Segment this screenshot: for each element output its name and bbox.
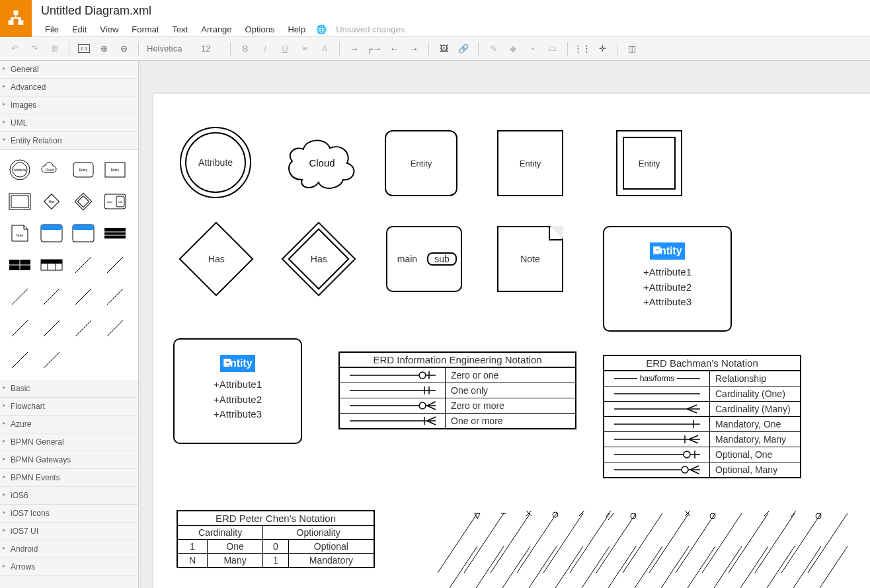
menu-format[interactable]: Format	[125, 22, 165, 37]
rect-button[interactable]: ▭	[543, 40, 562, 58]
sidebar-entity-relation[interactable]: Entity Relation	[0, 132, 138, 150]
link-button[interactable]: 🔗	[454, 40, 473, 58]
undo-button[interactable]: ↶	[5, 40, 24, 58]
entity-round-shape[interactable]: Entity	[385, 130, 457, 196]
menu-view[interactable]: View	[93, 22, 125, 37]
bold-button[interactable]: B	[236, 40, 255, 58]
note-shape[interactable]: Note	[497, 226, 563, 292]
zoom-out-button[interactable]: ⊖	[114, 40, 133, 58]
canvas-area[interactable]: Attribute Cloud Entity Entity Entity Has…	[141, 61, 870, 588]
sidebar-bpmn-general[interactable]: BPMN General	[0, 433, 138, 451]
shape-line-11[interactable]	[5, 346, 34, 375]
shape-note[interactable]: Note	[5, 219, 34, 248]
entity-card-shape[interactable]: −Entity +Attribute1 +Attribute2 +Attribu…	[603, 226, 732, 332]
menu-text[interactable]: Text	[165, 22, 194, 37]
globe-icon[interactable]: 🌐	[316, 24, 327, 34]
sidebar-ios6[interactable]: iOS6	[0, 487, 138, 505]
has-double-diamond-shape[interactable]: Has	[281, 221, 356, 296]
shape-line-6[interactable]	[100, 282, 130, 311]
shape-entity-card-blue[interactable]	[37, 219, 66, 248]
has-diamond-shape[interactable]: Has	[178, 221, 253, 296]
entity-square-shape[interactable]: Entity	[497, 130, 563, 196]
shape-has-double[interactable]	[69, 187, 98, 216]
sidebar-ios7-ui[interactable]: iOS7 UI	[0, 523, 138, 540]
waypoint-button[interactable]: ┌→	[365, 40, 383, 58]
fill-color-button[interactable]: ◆	[504, 40, 522, 58]
menu-options[interactable]: Options	[239, 22, 282, 37]
guides-button[interactable]: ✛	[593, 40, 612, 58]
menu-arrange[interactable]: Arrange	[194, 22, 238, 37]
italic-button[interactable]: I	[256, 40, 274, 58]
shape-line-1[interactable]	[69, 250, 98, 279]
arrow-end-button[interactable]: →	[405, 40, 423, 58]
sidebar-flowchart[interactable]: Flowchart	[0, 398, 138, 416]
sidebar-azure[interactable]: Azure	[0, 416, 138, 433]
sidebar-arrows[interactable]: Arrows	[0, 558, 138, 576]
chen-notation-table[interactable]: ERD Peter Chen's Notation CardinalityOpt…	[177, 510, 375, 568]
shape-line-4[interactable]	[37, 282, 66, 311]
zoom-in-button[interactable]: ⊕	[95, 40, 113, 58]
redo-button[interactable]: ↷	[25, 40, 44, 58]
shape-line-10[interactable]	[100, 314, 130, 343]
menu-edit[interactable]: Edit	[65, 22, 93, 37]
underline-button[interactable]: U	[276, 40, 294, 58]
shape-entity-square[interactable]: Entity	[100, 155, 130, 184]
document-title[interactable]: Untitled Diagram.xml	[38, 3, 405, 19]
shape-line-2[interactable]	[100, 250, 130, 279]
delete-button[interactable]: 🗑	[45, 40, 63, 58]
app-logo[interactable]	[0, 0, 32, 37]
shape-line-12[interactable]	[37, 346, 66, 375]
align-button[interactable]: ≡	[296, 40, 314, 58]
font-family-input[interactable]	[144, 41, 197, 56]
svg-line-66	[687, 409, 697, 413]
entity-label: Entity	[520, 159, 541, 168]
shape-line-7[interactable]	[5, 314, 34, 343]
entity-double-shape[interactable]: Entity	[616, 130, 682, 196]
sidebar-advanced[interactable]: Advanced	[0, 79, 138, 96]
collapse-icon[interactable]: −	[654, 246, 660, 253]
shape-line-3[interactable]	[5, 282, 34, 311]
connector-button[interactable]: →	[345, 40, 364, 58]
shape-mainsub[interactable]: mainsub	[100, 187, 130, 216]
sidebar-bpmn-gateways[interactable]: BPMN Gateways	[0, 451, 138, 469]
shape-table-split[interactable]	[37, 250, 66, 279]
sidebar-android[interactable]: Android	[0, 540, 138, 558]
shape-cloud[interactable]: Cloud	[37, 155, 66, 184]
layout-button[interactable]: ◫	[623, 40, 641, 58]
shape-attribute[interactable]: Attribute	[5, 155, 34, 184]
shape-entity-card-blue2[interactable]	[69, 219, 98, 248]
collapse-icon[interactable]: −	[224, 359, 231, 365]
bachman-notation-table[interactable]: ERD Bachman's Notation has/formsRelation…	[603, 355, 801, 478]
menu-file[interactable]: File	[38, 22, 65, 37]
entity-card-shape-2[interactable]: −Entity +Attribute1 +Attribute2 +Attribu…	[173, 338, 302, 444]
ie-notation-table[interactable]: ERD Information Engineering Notation Zer…	[338, 351, 576, 429]
sidebar-uml[interactable]: UML	[0, 114, 138, 132]
line-color-button[interactable]: ✎	[484, 40, 502, 58]
font-size-input[interactable]	[198, 41, 225, 56]
font-color-button[interactable]: A	[315, 40, 334, 58]
canvas[interactable]: Attribute Cloud Entity Entity Entity Has…	[153, 94, 870, 588]
shape-has[interactable]: Has	[37, 187, 66, 216]
shape-table-dark[interactable]	[100, 219, 130, 248]
cloud-shape[interactable]: Cloud	[282, 133, 362, 193]
arrow-start-button[interactable]: ←	[385, 40, 403, 58]
sidebar-general[interactable]: General	[0, 61, 138, 79]
sidebar-basic[interactable]: Basic	[0, 380, 138, 398]
shape-line-5[interactable]	[69, 282, 98, 311]
shape-table-dark2[interactable]	[5, 250, 34, 279]
shape-entity-round[interactable]: Entity	[69, 155, 98, 184]
shape-line-9[interactable]	[69, 314, 98, 343]
shadow-button[interactable]: ▪	[524, 40, 542, 58]
image-button[interactable]: 🖼	[434, 40, 453, 58]
mainsub-shape[interactable]: main sub	[386, 226, 462, 292]
sidebar-bpmn-events[interactable]: BPMN Events	[0, 469, 138, 487]
shape-entity-double[interactable]	[5, 187, 34, 216]
zoom-fit-button[interactable]: 1:1	[75, 40, 93, 58]
sidebar-ios7-icons[interactable]: iOS7 Icons	[0, 505, 138, 523]
shape-line-8[interactable]	[37, 314, 66, 343]
menu-help[interactable]: Help	[281, 22, 312, 37]
grid-dots-button[interactable]: ⋮⋮	[573, 40, 592, 58]
connector-samples-row2[interactable]	[424, 540, 861, 588]
attribute-shape[interactable]: Attribute	[180, 127, 251, 198]
sidebar-images[interactable]: Images	[0, 96, 138, 114]
